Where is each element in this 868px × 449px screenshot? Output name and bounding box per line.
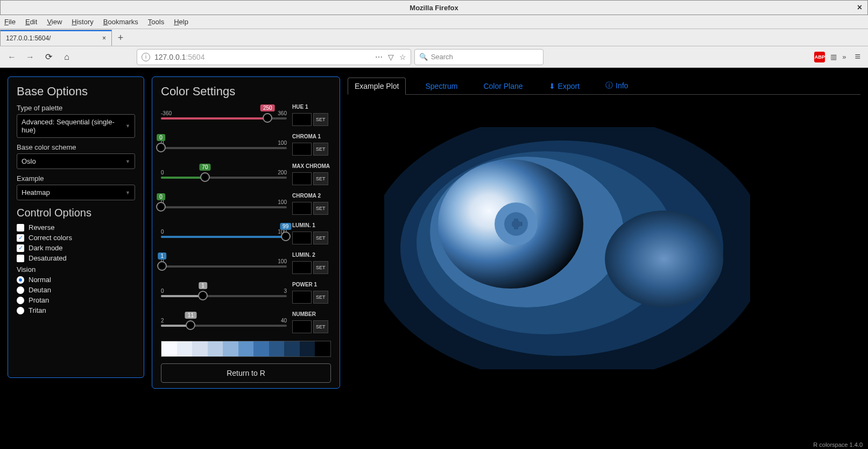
- slider-value-input[interactable]: [292, 231, 312, 244]
- set-button[interactable]: SET: [313, 172, 328, 185]
- tab-close-icon[interactable]: ×: [102, 34, 106, 42]
- slider-label: CHROMA 2: [292, 193, 331, 199]
- slider-value-input[interactable]: [292, 172, 312, 185]
- palette-type-label: Type of palette: [17, 104, 135, 112]
- home-button[interactable]: ⌂: [59, 50, 74, 65]
- slider-value-input[interactable]: [292, 320, 312, 333]
- set-button[interactable]: SET: [313, 261, 328, 274]
- slider-thumb[interactable]: [156, 143, 166, 152]
- checkbox-icon: ✓: [17, 244, 24, 252]
- slider-label: CHROMA 1: [292, 134, 331, 139]
- slider-label: LUMIN. 2: [292, 252, 331, 258]
- url-bar[interactable]: i 127.0.0.1:5604 ⋯ ▽ ☆: [137, 49, 411, 65]
- example-select[interactable]: Heatmap ▼: [17, 185, 135, 200]
- slider-thumb[interactable]: [157, 261, 167, 271]
- slider-track[interactable]: 0 3 1: [161, 288, 287, 297]
- correct-colors-checkbox[interactable]: ✓ Correct colors: [17, 234, 135, 242]
- overflow-icon[interactable]: »: [842, 53, 846, 61]
- set-button[interactable]: SET: [313, 143, 328, 156]
- slider-value-input[interactable]: [292, 261, 312, 274]
- site-info-icon[interactable]: i: [142, 53, 150, 61]
- chevron-down-icon: ▼: [125, 123, 130, 129]
- vision-protan-radio[interactable]: Protan: [17, 296, 135, 304]
- reload-button[interactable]: ⟳: [41, 50, 56, 65]
- reader-mode-icon[interactable]: ▽: [388, 53, 394, 61]
- window-title: Mozilla Firefox: [410, 4, 458, 12]
- abp-icon[interactable]: ABP: [814, 52, 825, 62]
- slider-track[interactable]: 2 40 11: [161, 318, 287, 327]
- slider-row-chroma-2: 0 100 0 CHROMA 2 SET: [161, 193, 331, 215]
- menu-help[interactable]: Help: [174, 18, 188, 26]
- scheme-select[interactable]: Oslo ▼: [17, 153, 135, 169]
- tab-info-label: Info: [616, 81, 628, 90]
- slider-thumb[interactable]: [200, 172, 210, 182]
- menu-edit[interactable]: Edit: [25, 18, 37, 26]
- slider-value-input[interactable]: [292, 291, 312, 304]
- slider-thumb[interactable]: [156, 202, 166, 212]
- output-area: Example Plot Spectrum Color Plane ⬇ Expo…: [348, 76, 860, 449]
- menu-file[interactable]: File: [4, 18, 16, 26]
- vision-normal-radio[interactable]: Normal: [17, 276, 135, 284]
- slider-thumb[interactable]: [198, 291, 208, 300]
- page-actions-icon[interactable]: ⋯: [375, 53, 383, 61]
- tabstrip: 127.0.0.1:5604/ × +: [0, 29, 868, 46]
- url-text: 127.0.0.1:5604: [154, 53, 371, 61]
- slider-row-hue-1: -360 360 250 HUE 1 SET: [161, 104, 331, 126]
- slider-thumb[interactable]: [281, 231, 291, 241]
- slider-value-input[interactable]: [292, 113, 312, 126]
- slider-track[interactable]: 0 200 70: [161, 170, 287, 179]
- window-close-button[interactable]: ×: [857, 3, 862, 12]
- slider-track[interactable]: 0 100 99: [161, 229, 287, 238]
- slider-min: -360: [161, 110, 172, 116]
- tab-info[interactable]: ⓘ Info: [599, 77, 634, 94]
- menubar: File Edit View History Bookmarks Tools H…: [0, 15, 868, 29]
- slider-value-input[interactable]: [292, 202, 312, 215]
- dark-mode-label: Dark mode: [29, 244, 63, 252]
- tab-example-plot[interactable]: Example Plot: [348, 78, 406, 95]
- bookmark-star-icon[interactable]: ☆: [399, 53, 406, 61]
- hamburger-menu-icon[interactable]: ≡: [851, 51, 864, 62]
- slider-track[interactable]: 0 100 0: [161, 140, 287, 149]
- palette-swatch: [300, 341, 315, 356]
- return-to-r-button[interactable]: Return to R: [161, 363, 331, 383]
- slider-thumb[interactable]: [186, 320, 195, 330]
- slider-track[interactable]: 0 100 0: [161, 199, 287, 208]
- set-button[interactable]: SET: [313, 202, 328, 215]
- tab-export[interactable]: ⬇ Export: [542, 78, 586, 94]
- slider-track[interactable]: 0 100 1: [161, 258, 287, 268]
- menu-view[interactable]: View: [47, 18, 62, 26]
- chevron-down-icon: ▼: [125, 159, 130, 164]
- palette-type-value: Advanced: Sequential (single-hue): [22, 118, 125, 134]
- slider-value-badge: 99: [280, 223, 291, 230]
- palette-type-select[interactable]: Advanced: Sequential (single-hue) ▼: [17, 114, 135, 138]
- slider-max: 40: [281, 318, 287, 324]
- slider-value-badge: 11: [185, 312, 196, 319]
- desaturated-checkbox[interactable]: ✓ Desaturated: [17, 254, 135, 262]
- set-button[interactable]: SET: [313, 231, 328, 244]
- search-bar[interactable]: 🔍 Search: [414, 49, 544, 65]
- sidebar-icon[interactable]: ▥: [830, 53, 837, 61]
- set-button[interactable]: SET: [313, 113, 328, 126]
- slider-thumb[interactable]: [263, 113, 272, 123]
- vision-tritan-radio[interactable]: Tritan: [17, 306, 135, 314]
- menu-history[interactable]: History: [72, 18, 93, 26]
- browser-tab[interactable]: 127.0.0.1:5604/ ×: [0, 30, 112, 46]
- new-tab-button[interactable]: +: [112, 30, 129, 46]
- example-value: Heatmap: [22, 188, 50, 197]
- slider-track[interactable]: -360 360 250: [161, 110, 287, 120]
- back-button[interactable]: ←: [4, 50, 19, 65]
- vision-deutan-radio[interactable]: Deutan: [17, 286, 135, 294]
- radio-icon: [17, 297, 24, 304]
- window-titlebar: Mozilla Firefox ×: [0, 0, 868, 15]
- slider-value-input[interactable]: [292, 143, 312, 156]
- slider-label: NUMBER: [292, 311, 331, 317]
- forward-button[interactable]: →: [23, 50, 38, 65]
- reverse-checkbox[interactable]: ✓ Reverse: [17, 223, 135, 231]
- tab-color-plane[interactable]: Color Plane: [477, 78, 529, 94]
- dark-mode-checkbox[interactable]: ✓ Dark mode: [17, 244, 135, 252]
- set-button[interactable]: SET: [313, 320, 328, 333]
- set-button[interactable]: SET: [313, 291, 328, 304]
- menu-bookmarks[interactable]: Bookmarks: [103, 18, 138, 26]
- tab-spectrum[interactable]: Spectrum: [419, 78, 464, 94]
- menu-tools[interactable]: Tools: [148, 18, 164, 26]
